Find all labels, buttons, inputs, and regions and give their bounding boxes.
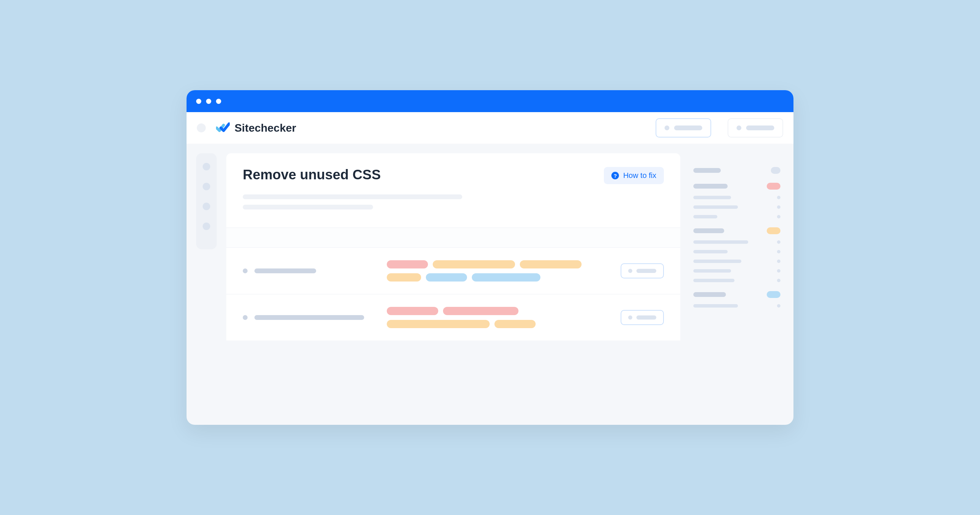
window-titlebar (186, 90, 794, 112)
row-action-button[interactable] (620, 263, 664, 278)
issue-row[interactable] (226, 294, 680, 341)
summary-header[interactable] (693, 291, 780, 298)
placeholder-icon (737, 126, 741, 130)
placeholder-text (746, 126, 774, 130)
tag-pill[interactable] (495, 320, 536, 328)
app-window: Sitechecker Remove unused CSS (186, 90, 794, 425)
check-icon (216, 122, 230, 134)
how-to-fix-button[interactable]: ? How to fix (604, 167, 664, 184)
row-action-button[interactable] (620, 310, 664, 325)
count-badge (771, 167, 780, 174)
sidebar-nav (196, 153, 217, 249)
summary-item-label (693, 250, 728, 253)
close-icon[interactable] (196, 99, 201, 104)
sidebar-item[interactable] (203, 203, 210, 210)
placeholder-text (636, 269, 656, 273)
summary-item-label (693, 279, 735, 282)
summary-item-count (777, 196, 780, 199)
summary-group (693, 183, 780, 218)
help-icon: ? (611, 172, 619, 179)
traffic-lights (196, 99, 221, 104)
header-primary-button[interactable] (655, 118, 711, 137)
count-badge (767, 227, 780, 234)
summary-item[interactable] (693, 259, 780, 263)
how-to-fix-label: How to fix (623, 171, 656, 180)
placeholder-text (243, 194, 462, 199)
menu-icon[interactable] (197, 124, 206, 132)
summary-title (693, 184, 728, 189)
summary-title (693, 228, 724, 233)
summary-item-count (777, 250, 780, 253)
maximize-icon[interactable] (216, 99, 221, 104)
card-header: Remove unused CSS ? How to fix (226, 153, 680, 194)
sidebar-item[interactable] (203, 183, 210, 190)
summary-title (693, 168, 721, 173)
summary-item-count (777, 215, 780, 218)
tag-pill[interactable] (520, 260, 582, 269)
summary-item-count (777, 279, 780, 282)
content-area: Remove unused CSS ? How to fix (226, 153, 794, 425)
summary-item-label (693, 205, 738, 209)
tag-pill[interactable] (443, 307, 519, 315)
header-secondary-button[interactable] (728, 118, 783, 137)
placeholder-icon (665, 126, 669, 130)
summary-item[interactable] (693, 196, 780, 199)
sidebar-item[interactable] (203, 223, 210, 230)
summary-item-label (693, 259, 741, 263)
card-description (226, 194, 680, 227)
bullet-icon (243, 315, 248, 320)
summary-item-count (777, 205, 780, 209)
tag-pill[interactable] (387, 273, 421, 281)
summary-header[interactable] (693, 183, 780, 190)
summary-item-count (777, 269, 780, 273)
tag-pill[interactable] (472, 273, 540, 281)
count-badge (767, 291, 780, 298)
summary-item-label (693, 304, 738, 308)
summary-item-count (777, 240, 780, 244)
placeholder-text (674, 126, 702, 130)
tag-pill[interactable] (426, 273, 467, 281)
summary-item[interactable] (693, 279, 780, 282)
summary-header[interactable] (693, 227, 780, 234)
summary-group (693, 227, 780, 282)
tag-pill[interactable] (387, 260, 428, 269)
app-header: Sitechecker (186, 112, 794, 144)
tag-pill[interactable] (387, 320, 490, 328)
row-label-area (243, 315, 373, 320)
table-header-row (226, 227, 680, 248)
bullet-icon (243, 269, 248, 273)
summary-item[interactable] (693, 250, 780, 253)
tag-pill[interactable] (433, 260, 515, 269)
placeholder-icon (628, 315, 632, 319)
tag-list (387, 307, 607, 328)
summary-item[interactable] (693, 240, 780, 244)
summary-item[interactable] (693, 269, 780, 273)
summary-item-label (693, 269, 731, 273)
summary-item-label (693, 215, 718, 218)
summary-item-label (693, 240, 748, 244)
main-panel: Remove unused CSS ? How to fix (226, 153, 680, 425)
issue-card: Remove unused CSS ? How to fix (226, 153, 680, 341)
summary-item[interactable] (693, 304, 780, 308)
summary-item-count (777, 304, 780, 308)
summary-group (693, 167, 780, 174)
placeholder-text (636, 315, 656, 319)
summary-panel (680, 153, 794, 425)
summary-header[interactable] (693, 167, 780, 174)
placeholder-icon (628, 269, 632, 273)
row-label (255, 315, 364, 320)
summary-item[interactable] (693, 215, 780, 218)
summary-item[interactable] (693, 205, 780, 209)
page-title: Remove unused CSS (243, 167, 380, 183)
issue-row[interactable] (226, 248, 680, 294)
minimize-icon[interactable] (206, 99, 211, 104)
summary-title (693, 292, 726, 297)
app-body: Remove unused CSS ? How to fix (186, 144, 794, 425)
sidebar-item[interactable] (203, 163, 210, 170)
placeholder-text (243, 205, 373, 210)
row-label-area (243, 269, 373, 273)
tag-pill[interactable] (387, 307, 438, 315)
summary-item-count (777, 259, 780, 263)
brand-logo[interactable]: Sitechecker (216, 122, 296, 134)
brand-name: Sitechecker (235, 122, 296, 134)
